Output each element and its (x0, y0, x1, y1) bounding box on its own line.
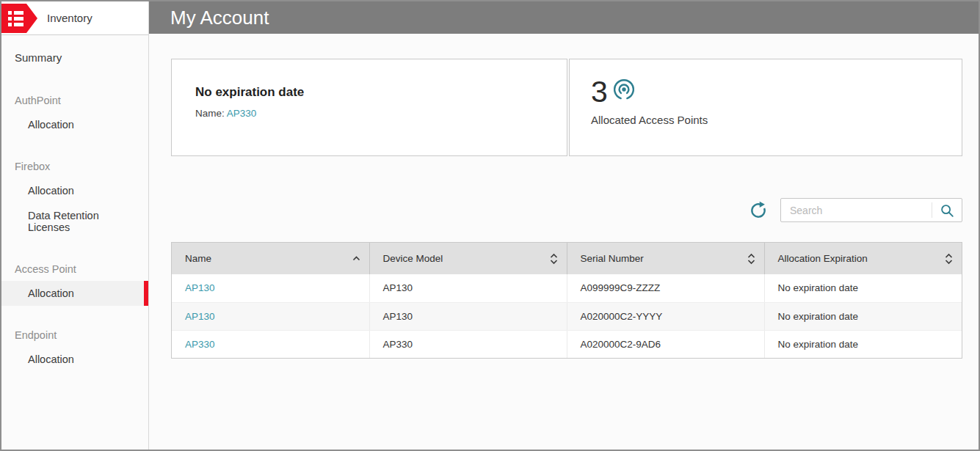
sidebar-nav: Summary AuthPoint Allocation Firebox All… (1, 35, 148, 372)
device-model-cell: AP130 (369, 274, 567, 302)
allocation-expiration-cell: No expiration date (764, 274, 962, 302)
sidebar-item-endpoint-allocation[interactable]: Allocation (1, 347, 148, 372)
sort-both-icon (945, 253, 953, 265)
sidebar-item-access-point-allocation[interactable]: Allocation (1, 281, 148, 306)
page-content: No expiration date Name: AP330 3 (149, 34, 979, 450)
serial-number-cell: A020000C2-YYYY (567, 302, 764, 330)
summary-cards: No expiration date Name: AP330 3 (171, 59, 962, 156)
main-area: My Account No expiration date Name: AP33… (149, 1, 979, 450)
refresh-button[interactable] (749, 201, 768, 220)
search-input[interactable] (781, 205, 932, 216)
sidebar: Inventory Summary AuthPoint Allocation F… (1, 1, 149, 450)
search-button[interactable] (932, 199, 962, 221)
sidebar-item-authpoint-allocation[interactable]: Allocation (1, 112, 148, 137)
access-point-icon (614, 79, 634, 100)
sidebar-header: Inventory (1, 1, 148, 35)
search-icon (939, 202, 955, 219)
table-row: AP130 AP130 A099999C9-ZZZZ No expiration… (172, 274, 962, 302)
sidebar-title: Inventory (47, 12, 92, 24)
device-model-cell: AP330 (369, 330, 567, 358)
sidebar-item-data-retention-licenses[interactable]: Data Retention Licenses (1, 203, 148, 240)
sidebar-item-firebox-allocation[interactable]: Allocation (1, 178, 148, 203)
allocated-count-row: 3 (591, 77, 940, 107)
app-window: Inventory Summary AuthPoint Allocation F… (0, 0, 980, 451)
sort-asc-icon (352, 253, 360, 265)
table-header-row: Name Device Model (172, 243, 962, 274)
device-model-cell: AP130 (369, 302, 567, 330)
expiration-card: No expiration date Name: AP330 (171, 59, 567, 156)
column-header-allocation-expiration[interactable]: Allocation Expiration (764, 243, 962, 274)
refresh-icon (749, 201, 768, 220)
sidebar-section-authpoint: AuthPoint (1, 89, 148, 112)
device-name-link[interactable]: AP130 (185, 282, 215, 293)
serial-number-cell: A099999C9-ZZZZ (567, 274, 764, 302)
table-row: AP330 AP330 A020000C2-9AD6 No expiration… (172, 330, 962, 358)
table-row: AP130 AP130 A020000C2-YYYY No expiration… (172, 302, 962, 330)
table-toolbar (171, 198, 962, 222)
sidebar-section-access-point: Access Point (1, 257, 148, 281)
device-name-link[interactable]: AP130 (185, 311, 215, 322)
device-name-link[interactable]: AP330 (227, 108, 257, 119)
page-header: My Account (149, 1, 979, 34)
name-label: Name: (195, 108, 225, 119)
allocated-count: 3 (591, 77, 608, 107)
sidebar-section-endpoint: Endpoint (1, 323, 148, 347)
sidebar-section-firebox: Firebox (1, 155, 148, 178)
sort-both-icon (747, 253, 755, 265)
page-title: My Account (170, 7, 269, 29)
device-name-link[interactable]: AP330 (185, 339, 215, 350)
serial-number-cell: A020000C2-9AD6 (567, 330, 764, 358)
inventory-logo-icon (1, 3, 37, 34)
column-header-serial-number[interactable]: Serial Number (567, 243, 764, 274)
allocated-card: 3 Allocated Access Points (569, 59, 962, 156)
expiration-card-title: No expiration date (195, 85, 543, 100)
search-box (780, 198, 962, 222)
allocation-expiration-cell: No expiration date (764, 330, 962, 358)
inventory-table: Name Device Model (171, 242, 962, 359)
column-header-name[interactable]: Name (172, 243, 369, 274)
allocated-card-label: Allocated Access Points (591, 114, 940, 126)
expiration-card-name-line: Name: AP330 (195, 108, 543, 119)
sort-both-icon (550, 253, 558, 265)
allocation-expiration-cell: No expiration date (764, 302, 962, 330)
column-header-device-model[interactable]: Device Model (369, 243, 567, 274)
sidebar-item-summary[interactable]: Summary (1, 44, 148, 71)
